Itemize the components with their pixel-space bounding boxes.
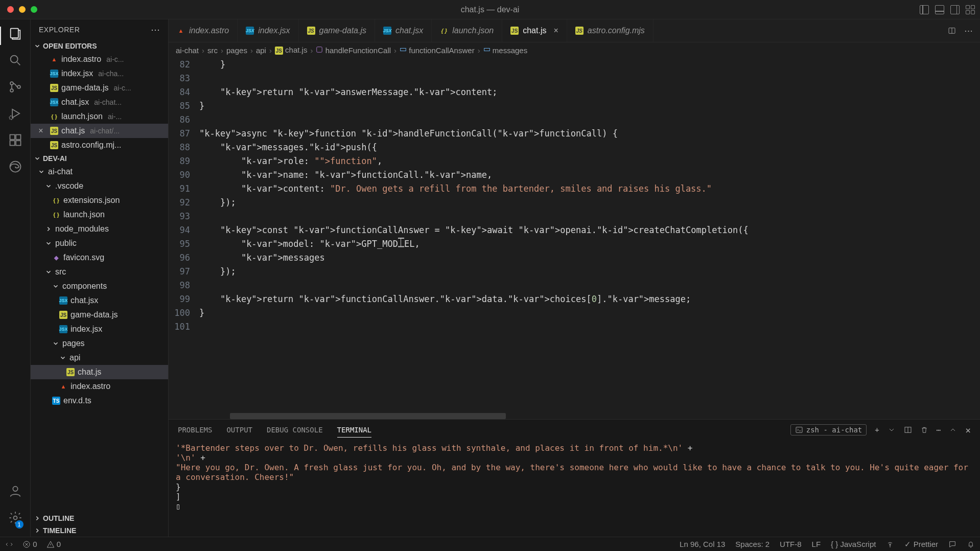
- breadcrumb-item[interactable]: ai-chat: [176, 46, 199, 55]
- breadcrumbs[interactable]: ai-chat›src›pages›api›JS chat.js› handle…: [169, 42, 980, 58]
- split-terminal-icon[interactable]: [904, 426, 912, 434]
- breadcrumb-item[interactable]: JS chat.js: [275, 45, 308, 55]
- tree-file[interactable]: { }extensions.json: [31, 193, 168, 208]
- editor-tab[interactable]: { }launch.json: [432, 19, 502, 42]
- tree-folder[interactable]: node_modules: [31, 222, 168, 236]
- maximize-window[interactable]: [31, 6, 37, 13]
- open-editor-item[interactable]: ▲index.astroai-c...: [31, 52, 168, 66]
- breadcrumb-item[interactable]: handleFunctionCall: [316, 46, 391, 55]
- explorer-more-icon[interactable]: ⋯: [151, 24, 160, 35]
- account-icon[interactable]: [8, 484, 22, 498]
- status-warnings[interactable]: 0: [46, 540, 61, 548]
- close-icon[interactable]: ×: [553, 26, 558, 35]
- window-title: chat.js — dev-ai: [461, 5, 520, 14]
- tree-folder[interactable]: components: [31, 279, 168, 293]
- open-editor-item[interactable]: JSXchat.jsxai-chat...: [31, 95, 168, 109]
- breadcrumb-item[interactable]: functionCallAnswer: [400, 46, 475, 55]
- bell-icon[interactable]: [967, 540, 975, 548]
- source-control-icon[interactable]: [8, 80, 22, 94]
- outline-header[interactable]: OUTLINE: [31, 512, 168, 524]
- tree-file[interactable]: ▲index.astro: [31, 379, 168, 394]
- panel-tab[interactable]: PROBLEMS: [178, 423, 212, 437]
- tree-file[interactable]: JSXchat.jsx: [31, 293, 168, 308]
- status-prettier[interactable]: ✓ Prettier: [904, 540, 938, 549]
- search-icon[interactable]: [8, 53, 22, 67]
- status-errors[interactable]: 0: [22, 540, 37, 548]
- trash-icon[interactable]: [920, 426, 928, 434]
- tree-folder[interactable]: src: [31, 265, 168, 279]
- variable-icon: [400, 46, 407, 53]
- open-editors-header[interactable]: OPEN EDITORS: [31, 40, 168, 52]
- editor-tab[interactable]: JSXindex.jsx: [238, 19, 298, 42]
- breadcrumb-item[interactable]: src: [207, 46, 218, 55]
- status-eol[interactable]: LF: [812, 540, 821, 548]
- tree-file[interactable]: TSenv.d.ts: [31, 394, 168, 408]
- editor-tab[interactable]: JSastro.config.mjs: [567, 19, 654, 42]
- minimize-window[interactable]: [19, 6, 26, 13]
- status-encoding[interactable]: UTF-8: [780, 540, 802, 548]
- workspace-header[interactable]: DEV-AI: [31, 152, 168, 165]
- close-panel-icon[interactable]: ×: [965, 425, 971, 435]
- editor-tab[interactable]: JSXchat.jsx: [375, 19, 432, 42]
- radio-tower-icon[interactable]: [886, 540, 894, 548]
- editor-tab[interactable]: ▲index.astro: [169, 19, 238, 42]
- timeline-header[interactable]: TIMELINE: [31, 524, 168, 537]
- tree-folder[interactable]: pages: [31, 336, 168, 351]
- breadcrumb-item[interactable]: api: [256, 46, 266, 55]
- tree-folder[interactable]: api: [31, 351, 168, 365]
- panel-tab[interactable]: DEBUG CONSOLE: [267, 423, 323, 437]
- new-terminal-icon[interactable]: +: [875, 426, 879, 434]
- split-editor-icon[interactable]: [948, 27, 956, 35]
- layout-panel-icon[interactable]: [935, 5, 944, 14]
- chevron-up-icon[interactable]: [949, 426, 957, 434]
- status-spaces[interactable]: Spaces: 2: [735, 540, 769, 548]
- breadcrumb-item[interactable]: pages: [226, 46, 247, 55]
- panel-more-icon[interactable]: ⋯: [937, 426, 941, 434]
- tree-folder[interactable]: .vscode: [31, 179, 168, 193]
- close-icon[interactable]: ×: [37, 126, 45, 135]
- close-window[interactable]: [7, 6, 14, 13]
- json-file-icon: { }: [52, 211, 60, 219]
- panel-tab[interactable]: TERMINAL: [337, 423, 371, 438]
- chevron-down-icon: [45, 268, 52, 276]
- status-position[interactable]: Ln 96, Col 13: [680, 540, 725, 548]
- edge-icon[interactable]: [8, 159, 22, 174]
- svg-rect-16: [484, 48, 489, 51]
- layout-sidebar-right-icon[interactable]: [950, 5, 960, 14]
- tree-folder[interactable]: public: [31, 236, 168, 250]
- explorer-sidebar: EXPLORER ⋯ OPEN EDITORS ▲index.astroai-c…: [31, 19, 169, 537]
- open-editor-item[interactable]: JSXindex.jsxai-cha...: [31, 66, 168, 81]
- svg-point-11: [13, 487, 17, 491]
- breadcrumb-item[interactable]: messages: [483, 46, 528, 55]
- chevron-down-icon[interactable]: [888, 426, 896, 434]
- open-editor-item[interactable]: JSastro.config.mj...: [31, 138, 168, 152]
- code-editor[interactable]: 82 83 84 85 86 87 88 89 90 91 92 93 94 9…: [169, 58, 980, 419]
- open-editor-item[interactable]: JSgame-data.jsai-c...: [31, 81, 168, 95]
- open-editor-item[interactable]: ×JSchat.jsai-chat/...: [31, 124, 168, 138]
- chevron-down-icon: [52, 340, 59, 347]
- tree-file[interactable]: { }launch.json: [31, 208, 168, 222]
- editor-tab[interactable]: JSgame-data.js: [299, 19, 376, 42]
- status-language[interactable]: { } JavaScript: [831, 540, 876, 548]
- explorer-icon[interactable]: [8, 27, 22, 41]
- tree-file[interactable]: JSgame-data.js: [31, 308, 168, 322]
- layout-sidebar-left-icon[interactable]: [920, 5, 929, 14]
- tree-folder[interactable]: ai-chat: [31, 165, 168, 179]
- panel-tab[interactable]: OUTPUT: [226, 423, 252, 437]
- remote-icon[interactable]: [5, 540, 13, 548]
- tree-file[interactable]: JSXindex.jsx: [31, 322, 168, 336]
- feedback-icon[interactable]: [948, 540, 956, 548]
- terminal-output[interactable]: '*Bartender steps over to Dr. Owen, refi…: [169, 440, 980, 537]
- layout-grid-icon[interactable]: [966, 5, 975, 14]
- tab-more-icon[interactable]: ⋯: [964, 26, 973, 36]
- terminal-shell-badge[interactable]: zsh - ai-chat: [790, 424, 867, 435]
- editor-tab[interactable]: JSchat.js×: [502, 19, 567, 42]
- tree-file[interactable]: ◆favicon.svg: [31, 250, 168, 265]
- open-editor-item[interactable]: { }launch.jsonai-...: [31, 109, 168, 124]
- run-debug-icon[interactable]: [8, 106, 22, 121]
- method-icon: [316, 46, 323, 53]
- extensions-icon[interactable]: [8, 133, 22, 147]
- tree-file[interactable]: JSchat.js: [31, 365, 168, 379]
- horizontal-scrollbar[interactable]: [230, 413, 506, 419]
- chevron-down-icon: [52, 283, 59, 290]
